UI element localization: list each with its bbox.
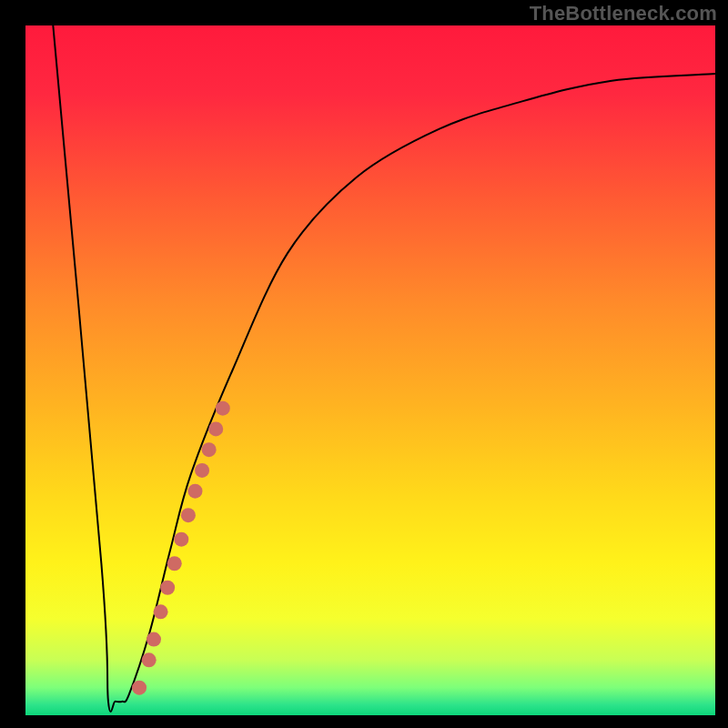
marker-point bbox=[181, 508, 196, 522]
marker-point bbox=[132, 681, 147, 695]
marker-point bbox=[202, 442, 217, 457]
marker-point bbox=[195, 463, 209, 478]
marker-point bbox=[174, 532, 188, 547]
marker-point bbox=[147, 632, 161, 647]
marker-point bbox=[208, 421, 223, 436]
marker-point bbox=[187, 484, 202, 499]
marker-point bbox=[142, 652, 157, 667]
bottleneck-chart bbox=[0, 0, 728, 728]
chart-container: TheBottleneck.com bbox=[0, 0, 728, 728]
marker-point bbox=[167, 556, 182, 571]
marker-point bbox=[216, 401, 230, 416]
plot-area bbox=[25, 25, 715, 715]
marker-point bbox=[154, 604, 168, 619]
marker-point bbox=[160, 581, 175, 595]
attribution-text: TheBottleneck.com bbox=[530, 2, 717, 25]
